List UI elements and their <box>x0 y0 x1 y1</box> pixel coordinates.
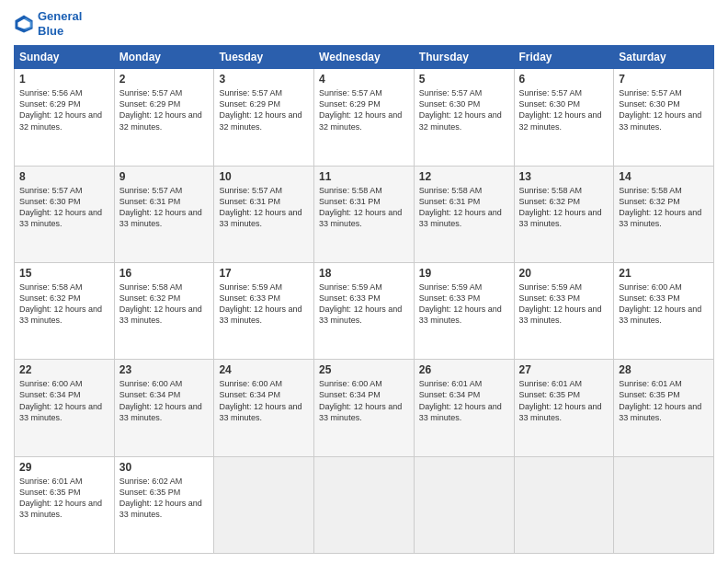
logo-icon <box>14 14 34 34</box>
day-number: 8 <box>19 170 109 183</box>
day-info: Sunrise: 6:00 AM Sunset: 6:34 PM Dayligh… <box>119 378 210 423</box>
calendar-cell: 16 Sunrise: 5:58 AM Sunset: 6:32 PM Dayl… <box>114 262 214 359</box>
calendar-cell: 2 Sunrise: 5:57 AM Sunset: 6:29 PM Dayli… <box>114 69 214 166</box>
day-number: 29 <box>19 461 109 474</box>
day-number: 24 <box>219 363 309 376</box>
day-info: Sunrise: 6:00 AM Sunset: 6:34 PM Dayligh… <box>319 378 409 423</box>
calendar-cell: 26 Sunrise: 6:01 AM Sunset: 6:34 PM Dayl… <box>414 360 514 456</box>
calendar-cell: 22 Sunrise: 6:00 AM Sunset: 6:34 PM Dayl… <box>15 360 115 456</box>
calendar-week-row: 22 Sunrise: 6:00 AM Sunset: 6:34 PM Dayl… <box>15 360 714 456</box>
day-number: 15 <box>19 267 109 280</box>
day-info: Sunrise: 5:57 AM Sunset: 6:30 PM Dayligh… <box>619 87 709 132</box>
calendar-cell: 19 Sunrise: 5:59 AM Sunset: 6:33 PM Dayl… <box>414 262 514 359</box>
day-info: Sunrise: 5:57 AM Sunset: 6:31 PM Dayligh… <box>219 185 309 230</box>
day-number: 19 <box>419 267 509 280</box>
page: General Blue SundayMondayTuesdayWednesda… <box>0 0 728 563</box>
calendar-cell: 29 Sunrise: 6:01 AM Sunset: 6:35 PM Dayl… <box>15 456 115 553</box>
logo: General Blue <box>14 9 82 38</box>
calendar-cell: 3 Sunrise: 5:57 AM Sunset: 6:29 PM Dayli… <box>214 69 314 166</box>
day-info: Sunrise: 5:59 AM Sunset: 6:33 PM Dayligh… <box>419 282 509 327</box>
day-info: Sunrise: 6:01 AM Sunset: 6:34 PM Dayligh… <box>419 378 509 423</box>
calendar-header-thursday: Thursday <box>414 46 514 69</box>
day-number: 7 <box>619 73 709 86</box>
calendar-cell: 12 Sunrise: 5:58 AM Sunset: 6:31 PM Dayl… <box>414 166 514 262</box>
calendar-header-monday: Monday <box>114 46 214 69</box>
day-number: 27 <box>519 363 609 376</box>
calendar-cell <box>214 456 314 553</box>
day-info: Sunrise: 6:01 AM Sunset: 6:35 PM Dayligh… <box>19 476 109 521</box>
day-info: Sunrise: 5:57 AM Sunset: 6:30 PM Dayligh… <box>419 87 509 132</box>
day-number: 17 <box>219 267 309 280</box>
day-number: 20 <box>519 267 609 280</box>
day-number: 13 <box>519 170 609 183</box>
calendar-week-row: 29 Sunrise: 6:01 AM Sunset: 6:35 PM Dayl… <box>15 456 714 553</box>
calendar-cell: 7 Sunrise: 5:57 AM Sunset: 6:30 PM Dayli… <box>614 69 714 166</box>
calendar-cell: 14 Sunrise: 5:58 AM Sunset: 6:32 PM Dayl… <box>614 166 714 262</box>
day-info: Sunrise: 5:58 AM Sunset: 6:32 PM Dayligh… <box>519 185 609 230</box>
day-number: 6 <box>519 73 609 86</box>
day-number: 1 <box>19 73 109 86</box>
calendar-cell: 9 Sunrise: 5:57 AM Sunset: 6:31 PM Dayli… <box>114 166 214 262</box>
day-number: 30 <box>119 461 210 474</box>
calendar-cell: 8 Sunrise: 5:57 AM Sunset: 6:30 PM Dayli… <box>15 166 115 262</box>
day-info: Sunrise: 5:58 AM Sunset: 6:31 PM Dayligh… <box>419 185 509 230</box>
calendar-week-row: 15 Sunrise: 5:58 AM Sunset: 6:32 PM Dayl… <box>15 262 714 359</box>
day-number: 21 <box>619 267 709 280</box>
calendar-header-friday: Friday <box>514 46 614 69</box>
calendar-cell <box>614 456 714 553</box>
day-info: Sunrise: 6:01 AM Sunset: 6:35 PM Dayligh… <box>619 378 709 423</box>
day-info: Sunrise: 6:00 AM Sunset: 6:33 PM Dayligh… <box>619 282 709 327</box>
calendar-cell: 1 Sunrise: 5:56 AM Sunset: 6:29 PM Dayli… <box>15 69 115 166</box>
day-info: Sunrise: 5:58 AM Sunset: 6:31 PM Dayligh… <box>319 185 409 230</box>
day-info: Sunrise: 6:00 AM Sunset: 6:34 PM Dayligh… <box>219 378 309 423</box>
calendar-week-row: 8 Sunrise: 5:57 AM Sunset: 6:30 PM Dayli… <box>15 166 714 262</box>
calendar-header-saturday: Saturday <box>614 46 714 69</box>
calendar-cell: 30 Sunrise: 6:02 AM Sunset: 6:35 PM Dayl… <box>114 456 214 553</box>
day-info: Sunrise: 5:58 AM Sunset: 6:32 PM Dayligh… <box>119 282 210 327</box>
calendar-cell: 21 Sunrise: 6:00 AM Sunset: 6:33 PM Dayl… <box>614 262 714 359</box>
calendar-cell: 27 Sunrise: 6:01 AM Sunset: 6:35 PM Dayl… <box>514 360 614 456</box>
day-number: 2 <box>119 73 210 86</box>
calendar-cell: 15 Sunrise: 5:58 AM Sunset: 6:32 PM Dayl… <box>15 262 115 359</box>
calendar-header-sunday: Sunday <box>15 46 115 69</box>
calendar-cell: 13 Sunrise: 5:58 AM Sunset: 6:32 PM Dayl… <box>514 166 614 262</box>
calendar-cell: 25 Sunrise: 6:00 AM Sunset: 6:34 PM Dayl… <box>314 360 415 456</box>
calendar-cell: 28 Sunrise: 6:01 AM Sunset: 6:35 PM Dayl… <box>614 360 714 456</box>
day-info: Sunrise: 5:59 AM Sunset: 6:33 PM Dayligh… <box>219 282 309 327</box>
day-number: 18 <box>319 267 409 280</box>
calendar-cell <box>514 456 614 553</box>
calendar-cell: 18 Sunrise: 5:59 AM Sunset: 6:33 PM Dayl… <box>314 262 415 359</box>
day-info: Sunrise: 6:02 AM Sunset: 6:35 PM Dayligh… <box>119 476 210 521</box>
calendar-header-row: SundayMondayTuesdayWednesdayThursdayFrid… <box>15 46 714 69</box>
day-number: 26 <box>419 363 509 376</box>
day-number: 28 <box>619 363 709 376</box>
day-info: Sunrise: 5:57 AM Sunset: 6:30 PM Dayligh… <box>19 185 109 230</box>
calendar-cell: 20 Sunrise: 5:59 AM Sunset: 6:33 PM Dayl… <box>514 262 614 359</box>
day-info: Sunrise: 5:57 AM Sunset: 6:29 PM Dayligh… <box>119 87 210 132</box>
calendar-cell <box>414 456 514 553</box>
calendar-cell: 4 Sunrise: 5:57 AM Sunset: 6:29 PM Dayli… <box>314 69 415 166</box>
calendar-cell: 23 Sunrise: 6:00 AM Sunset: 6:34 PM Dayl… <box>114 360 214 456</box>
header: General Blue <box>14 9 714 38</box>
day-info: Sunrise: 6:00 AM Sunset: 6:34 PM Dayligh… <box>19 378 109 423</box>
day-info: Sunrise: 5:57 AM Sunset: 6:29 PM Dayligh… <box>319 87 409 132</box>
day-number: 14 <box>619 170 709 183</box>
day-number: 3 <box>219 73 309 86</box>
logo-text: General Blue <box>38 9 82 38</box>
calendar-body: 1 Sunrise: 5:56 AM Sunset: 6:29 PM Dayli… <box>15 69 714 554</box>
calendar-header-wednesday: Wednesday <box>314 46 415 69</box>
day-info: Sunrise: 5:57 AM Sunset: 6:29 PM Dayligh… <box>219 87 309 132</box>
day-number: 10 <box>219 170 309 183</box>
calendar-cell: 5 Sunrise: 5:57 AM Sunset: 6:30 PM Dayli… <box>414 69 514 166</box>
day-number: 23 <box>119 363 210 376</box>
calendar-table: SundayMondayTuesdayWednesdayThursdayFrid… <box>14 45 714 554</box>
calendar-cell: 24 Sunrise: 6:00 AM Sunset: 6:34 PM Dayl… <box>214 360 314 456</box>
day-info: Sunrise: 5:58 AM Sunset: 6:32 PM Dayligh… <box>19 282 109 327</box>
calendar-cell: 11 Sunrise: 5:58 AM Sunset: 6:31 PM Dayl… <box>314 166 415 262</box>
day-info: Sunrise: 5:57 AM Sunset: 6:31 PM Dayligh… <box>119 185 210 230</box>
calendar-cell: 6 Sunrise: 5:57 AM Sunset: 6:30 PM Dayli… <box>514 69 614 166</box>
day-number: 5 <box>419 73 509 86</box>
day-number: 9 <box>119 170 210 183</box>
calendar-cell: 17 Sunrise: 5:59 AM Sunset: 6:33 PM Dayl… <box>214 262 314 359</box>
day-info: Sunrise: 5:59 AM Sunset: 6:33 PM Dayligh… <box>319 282 409 327</box>
